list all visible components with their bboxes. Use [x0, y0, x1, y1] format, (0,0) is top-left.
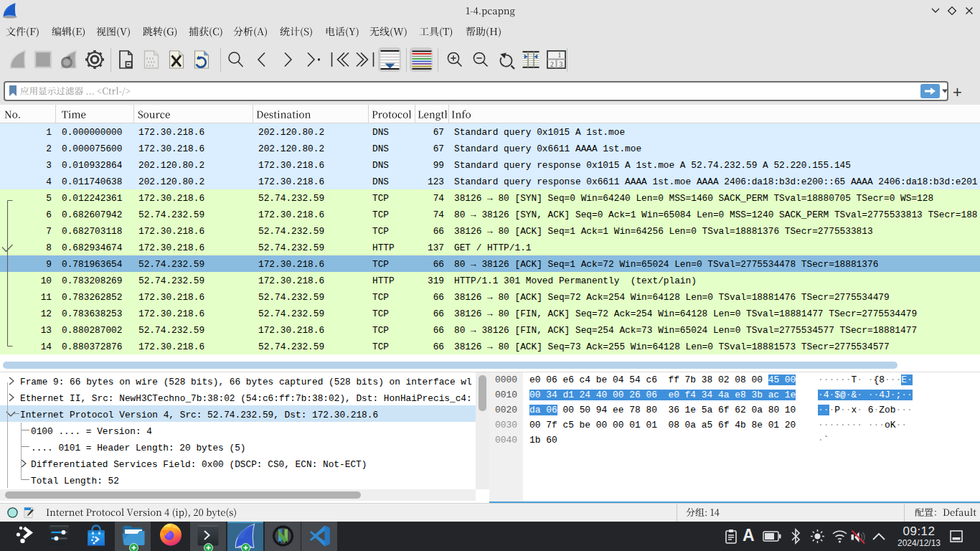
svg-text:2: 2	[550, 61, 554, 68]
svg-text:3: 3	[560, 61, 563, 68]
svg-text:1: 1	[558, 52, 562, 59]
